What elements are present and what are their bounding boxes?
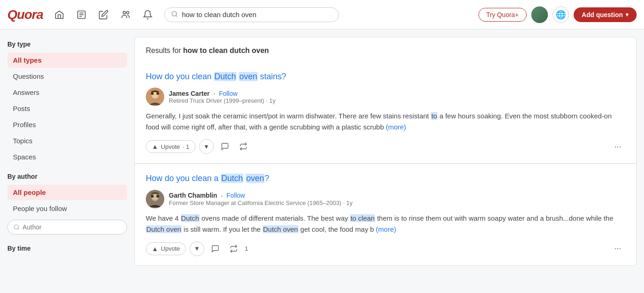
actions-row-1: ▲ Upvote · 1 ▼ ···	[146, 139, 625, 154]
svg-point-16	[151, 195, 154, 198]
header: Quora	[0, 0, 644, 29]
by-author-title: By author	[7, 173, 127, 180]
author-avatar-2	[146, 190, 164, 208]
result-title-1[interactable]: How do you clean Dutch oven stains?	[146, 71, 286, 82]
sidebar-item-profiles[interactable]: Profiles	[7, 117, 127, 132]
author-avatar-1	[146, 88, 164, 106]
svg-point-6	[172, 11, 177, 16]
upvote-icon-1: ▲	[152, 143, 158, 150]
comment-button-1[interactable]	[218, 139, 232, 154]
sidebar-item-topics[interactable]: Topics	[7, 133, 127, 148]
globe-icon[interactable]: 🌐	[552, 6, 569, 23]
upvote-button-2[interactable]: ▲ Upvote	[146, 242, 186, 255]
more-link-1[interactable]: (more)	[386, 123, 406, 131]
comment-button-2[interactable]	[208, 241, 223, 256]
avatar-illustration-2	[146, 190, 164, 208]
add-question-button[interactable]: Add question ▾	[574, 7, 637, 22]
follow-button-2[interactable]: Follow	[226, 192, 245, 199]
sidebar-item-all-types[interactable]: All types	[7, 53, 127, 68]
svg-point-17	[156, 195, 159, 198]
by-time-title: By time	[7, 245, 127, 252]
by-type-title: By type	[7, 41, 127, 48]
logo[interactable]: Quora	[7, 7, 43, 22]
author-search[interactable]	[7, 220, 127, 234]
home-icon[interactable]	[50, 6, 69, 24]
result-body-2: We have 4 Dutch ovens made of different …	[146, 213, 625, 235]
page-body: By type All types Questions Answers Post…	[0, 29, 644, 273]
search-icon	[171, 11, 178, 19]
author-info-1: James Carter · Follow Retired Truck Driv…	[169, 89, 276, 104]
author-meta-2: Former Store Manager at California Elect…	[169, 199, 353, 206]
actions-row-2: ▲ Upvote ▼ 1 ···	[146, 241, 625, 256]
sidebar: By type All types Questions Answers Post…	[7, 37, 127, 266]
author-name-1: James Carter	[169, 90, 210, 97]
search-bar[interactable]	[164, 7, 339, 22]
share-button-1[interactable]	[236, 139, 251, 154]
author-meta-1: Retired Truck Driver (1999–present) · 1y	[169, 97, 276, 104]
svg-point-4	[123, 11, 126, 14]
avatar[interactable]	[531, 6, 548, 23]
share-count-2: 1	[245, 245, 248, 252]
sidebar-item-people-you-follow[interactable]: People you follow	[7, 201, 127, 216]
upvote-button-1[interactable]: ▲ Upvote · 1	[146, 140, 196, 153]
edit-icon[interactable]	[94, 6, 113, 24]
downvote-button-1[interactable]: ▼	[199, 139, 214, 154]
author-name-row-1: James Carter · Follow	[169, 89, 276, 97]
header-right: Try Quora+ 🌐 Add question ▾	[478, 6, 637, 23]
follow-button-1[interactable]: Follow	[219, 90, 237, 97]
results-header: Results for how to clean dutch oven	[134, 37, 637, 62]
search-input[interactable]	[182, 11, 332, 18]
author-row-1: James Carter · Follow Retired Truck Driv…	[146, 88, 625, 106]
result-card-1: How do you clean Dutch oven stains?	[134, 62, 637, 164]
people-icon[interactable]	[116, 6, 135, 24]
result-card-2: How do you clean a Dutch oven? Garth	[134, 164, 637, 265]
sidebar-item-questions[interactable]: Questions	[7, 69, 127, 84]
author-name-row-2: Garth Chamblin · Follow	[169, 192, 353, 199]
chevron-down-icon: ▾	[626, 12, 628, 18]
more-link-2[interactable]: (more)	[376, 225, 396, 233]
svg-point-8	[14, 225, 18, 229]
sidebar-item-answers[interactable]: Answers	[7, 85, 127, 100]
author-search-input[interactable]	[23, 223, 121, 231]
more-options-button-2[interactable]: ···	[610, 241, 625, 256]
svg-point-5	[126, 11, 129, 14]
svg-line-7	[176, 15, 178, 17]
list-icon[interactable]	[72, 6, 91, 24]
author-search-icon	[13, 224, 20, 230]
svg-line-9	[18, 229, 19, 230]
main-content: Results for how to clean dutch oven How …	[134, 37, 637, 266]
share-button-2[interactable]	[226, 241, 241, 256]
downvote-button-2[interactable]: ▼	[190, 241, 204, 256]
results-header-text: Results for how to clean dutch oven	[146, 47, 269, 54]
bell-icon[interactable]	[138, 6, 157, 24]
upvote-icon-2: ▲	[152, 245, 158, 252]
avatar-illustration	[146, 88, 164, 106]
author-name-2: Garth Chamblin	[169, 192, 217, 199]
svg-point-12	[151, 92, 154, 95]
author-info-2: Garth Chamblin · Follow Former Store Man…	[169, 192, 353, 206]
sidebar-item-spaces[interactable]: Spaces	[7, 149, 127, 164]
sidebar-item-all-people[interactable]: All people	[7, 185, 127, 200]
sidebar-item-posts[interactable]: Posts	[7, 101, 127, 116]
result-body-1: Generally, I just soak the ceramic inser…	[146, 111, 625, 133]
try-quora-button[interactable]: Try Quora+	[478, 8, 527, 22]
author-row-2: Garth Chamblin · Follow Former Store Man…	[146, 190, 625, 208]
nav-icons	[50, 6, 157, 24]
more-options-button-1[interactable]: ···	[610, 139, 625, 154]
result-title-2[interactable]: How do you clean a Dutch oven?	[146, 173, 269, 184]
svg-point-13	[156, 92, 159, 95]
